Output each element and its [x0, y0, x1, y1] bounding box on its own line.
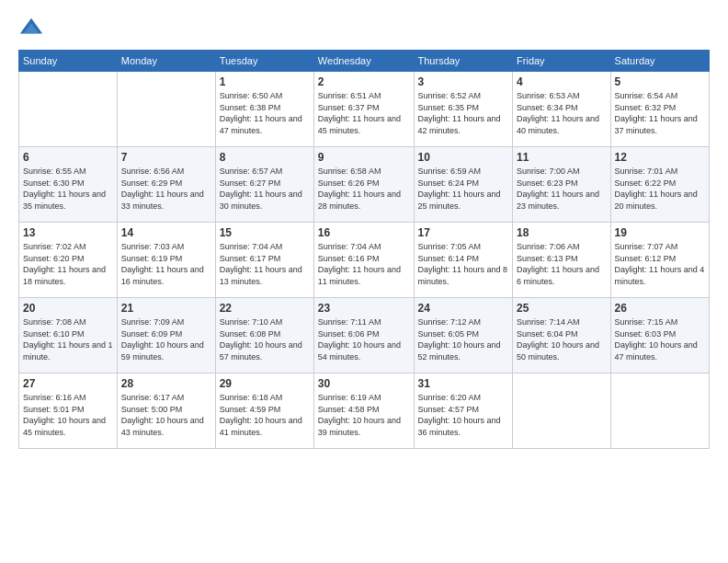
calendar-day-cell: 14Sunrise: 7:03 AM Sunset: 6:19 PM Dayli…	[117, 223, 215, 298]
day-content: Sunrise: 7:02 AM Sunset: 6:20 PM Dayligh…	[23, 241, 113, 287]
calendar-day-cell: 16Sunrise: 7:04 AM Sunset: 6:16 PM Dayli…	[313, 223, 414, 298]
day-number: 27	[23, 377, 113, 390]
day-number: 29	[220, 377, 310, 390]
day-number: 11	[517, 151, 607, 164]
calendar-week-row: 1Sunrise: 6:50 AM Sunset: 6:38 PM Daylig…	[19, 72, 710, 147]
day-number: 5	[615, 75, 705, 88]
calendar-day-cell: 24Sunrise: 7:12 AM Sunset: 6:05 PM Dayli…	[414, 298, 513, 373]
calendar-day-cell: 27Sunrise: 6:16 AM Sunset: 5:01 PM Dayli…	[19, 373, 118, 449]
weekday-header-cell: Wednesday	[313, 51, 414, 72]
day-number: 25	[517, 302, 607, 315]
day-number: 17	[418, 226, 509, 239]
day-content: Sunrise: 6:18 AM Sunset: 4:59 PM Dayligh…	[220, 392, 310, 438]
calendar-day-cell: 28Sunrise: 6:17 AM Sunset: 5:00 PM Dayli…	[117, 373, 215, 449]
day-number: 12	[615, 151, 705, 164]
page-header	[18, 15, 710, 40]
calendar-day-cell: 10Sunrise: 6:59 AM Sunset: 6:24 PM Dayli…	[414, 147, 513, 223]
calendar-day-cell: 3Sunrise: 6:52 AM Sunset: 6:35 PM Daylig…	[414, 72, 513, 147]
day-content: Sunrise: 7:05 AM Sunset: 6:14 PM Dayligh…	[418, 241, 509, 287]
calendar-day-cell: 11Sunrise: 7:00 AM Sunset: 6:23 PM Dayli…	[513, 147, 611, 223]
day-content: Sunrise: 7:14 AM Sunset: 6:04 PM Dayligh…	[517, 316, 607, 362]
day-number: 21	[121, 302, 211, 315]
day-number: 1	[220, 75, 310, 88]
day-number: 9	[318, 151, 410, 164]
day-number: 7	[121, 151, 211, 164]
day-content: Sunrise: 7:07 AM Sunset: 6:12 PM Dayligh…	[615, 241, 705, 287]
day-number: 18	[517, 226, 607, 239]
day-content: Sunrise: 7:04 AM Sunset: 6:17 PM Dayligh…	[220, 241, 310, 287]
calendar-day-cell: 6Sunrise: 6:55 AM Sunset: 6:30 PM Daylig…	[19, 147, 118, 223]
calendar-day-cell: 29Sunrise: 6:18 AM Sunset: 4:59 PM Dayli…	[215, 373, 313, 449]
day-content: Sunrise: 6:16 AM Sunset: 5:01 PM Dayligh…	[23, 392, 113, 438]
day-number: 20	[23, 302, 113, 315]
day-number: 24	[418, 302, 509, 315]
calendar-day-cell: 26Sunrise: 7:15 AM Sunset: 6:03 PM Dayli…	[610, 298, 709, 373]
day-content: Sunrise: 7:04 AM Sunset: 6:16 PM Dayligh…	[318, 241, 410, 287]
weekday-header-cell: Friday	[513, 51, 611, 72]
weekday-header-cell: Sunday	[19, 51, 118, 72]
calendar-day-cell: 9Sunrise: 6:58 AM Sunset: 6:26 PM Daylig…	[313, 147, 414, 223]
calendar-day-cell: 30Sunrise: 6:19 AM Sunset: 4:58 PM Dayli…	[313, 373, 414, 449]
calendar-day-cell: 15Sunrise: 7:04 AM Sunset: 6:17 PM Dayli…	[215, 223, 313, 298]
day-number: 22	[220, 302, 310, 315]
day-content: Sunrise: 6:54 AM Sunset: 6:32 PM Dayligh…	[615, 90, 705, 136]
day-number: 30	[318, 377, 410, 390]
calendar-day-cell	[610, 373, 709, 449]
day-content: Sunrise: 6:17 AM Sunset: 5:00 PM Dayligh…	[121, 392, 211, 438]
calendar-day-cell: 19Sunrise: 7:07 AM Sunset: 6:12 PM Dayli…	[610, 223, 709, 298]
day-content: Sunrise: 6:52 AM Sunset: 6:35 PM Dayligh…	[418, 90, 509, 136]
day-number: 26	[615, 302, 705, 315]
calendar-day-cell: 5Sunrise: 6:54 AM Sunset: 6:32 PM Daylig…	[610, 72, 709, 147]
day-number: 15	[220, 226, 310, 239]
calendar-day-cell	[513, 373, 611, 449]
day-number: 28	[121, 377, 211, 390]
calendar-day-cell: 31Sunrise: 6:20 AM Sunset: 4:57 PM Dayli…	[414, 373, 513, 449]
calendar-day-cell: 23Sunrise: 7:11 AM Sunset: 6:06 PM Dayli…	[313, 298, 414, 373]
day-content: Sunrise: 7:06 AM Sunset: 6:13 PM Dayligh…	[517, 241, 607, 287]
calendar-week-row: 13Sunrise: 7:02 AM Sunset: 6:20 PM Dayli…	[19, 223, 710, 298]
calendar-week-row: 6Sunrise: 6:55 AM Sunset: 6:30 PM Daylig…	[19, 147, 710, 223]
calendar-day-cell: 4Sunrise: 6:53 AM Sunset: 6:34 PM Daylig…	[513, 72, 611, 147]
logo-icon	[18, 15, 44, 40]
calendar-day-cell: 13Sunrise: 7:02 AM Sunset: 6:20 PM Dayli…	[19, 223, 118, 298]
day-content: Sunrise: 7:12 AM Sunset: 6:05 PM Dayligh…	[418, 316, 509, 362]
day-content: Sunrise: 7:03 AM Sunset: 6:19 PM Dayligh…	[121, 241, 211, 287]
calendar-day-cell	[19, 72, 118, 147]
calendar-day-cell: 17Sunrise: 7:05 AM Sunset: 6:14 PM Dayli…	[414, 223, 513, 298]
day-content: Sunrise: 6:59 AM Sunset: 6:24 PM Dayligh…	[418, 166, 509, 212]
weekday-header-cell: Monday	[117, 51, 215, 72]
day-number: 23	[318, 302, 410, 315]
day-content: Sunrise: 6:20 AM Sunset: 4:57 PM Dayligh…	[418, 392, 509, 438]
day-content: Sunrise: 6:50 AM Sunset: 6:38 PM Dayligh…	[220, 90, 310, 136]
day-content: Sunrise: 6:51 AM Sunset: 6:37 PM Dayligh…	[318, 90, 410, 136]
day-number: 3	[418, 75, 509, 88]
day-content: Sunrise: 6:58 AM Sunset: 6:26 PM Dayligh…	[318, 166, 410, 212]
day-content: Sunrise: 6:19 AM Sunset: 4:58 PM Dayligh…	[318, 392, 410, 438]
weekday-header-cell: Saturday	[610, 51, 709, 72]
day-number: 10	[418, 151, 509, 164]
day-number: 31	[418, 377, 509, 390]
day-number: 4	[517, 75, 607, 88]
calendar-day-cell: 18Sunrise: 7:06 AM Sunset: 6:13 PM Dayli…	[513, 223, 611, 298]
calendar-day-cell: 21Sunrise: 7:09 AM Sunset: 6:09 PM Dayli…	[117, 298, 215, 373]
day-number: 13	[23, 226, 113, 239]
day-content: Sunrise: 6:55 AM Sunset: 6:30 PM Dayligh…	[23, 166, 113, 212]
day-number: 2	[318, 75, 410, 88]
day-content: Sunrise: 6:56 AM Sunset: 6:29 PM Dayligh…	[121, 166, 211, 212]
day-number: 14	[121, 226, 211, 239]
day-number: 19	[615, 226, 705, 239]
logo	[18, 15, 48, 40]
calendar-week-row: 27Sunrise: 6:16 AM Sunset: 5:01 PM Dayli…	[19, 373, 710, 449]
day-content: Sunrise: 7:09 AM Sunset: 6:09 PM Dayligh…	[121, 316, 211, 362]
day-content: Sunrise: 7:15 AM Sunset: 6:03 PM Dayligh…	[615, 316, 705, 362]
day-number: 6	[23, 151, 113, 164]
calendar-week-row: 20Sunrise: 7:08 AM Sunset: 6:10 PM Dayli…	[19, 298, 710, 373]
calendar-body: 1Sunrise: 6:50 AM Sunset: 6:38 PM Daylig…	[19, 72, 710, 449]
weekday-header-cell: Tuesday	[215, 51, 313, 72]
calendar-day-cell: 2Sunrise: 6:51 AM Sunset: 6:37 PM Daylig…	[313, 72, 414, 147]
calendar-day-cell: 1Sunrise: 6:50 AM Sunset: 6:38 PM Daylig…	[215, 72, 313, 147]
day-content: Sunrise: 7:10 AM Sunset: 6:08 PM Dayligh…	[220, 316, 310, 362]
day-content: Sunrise: 6:53 AM Sunset: 6:34 PM Dayligh…	[517, 90, 607, 136]
calendar-day-cell	[117, 72, 215, 147]
weekday-header-cell: Thursday	[414, 51, 513, 72]
